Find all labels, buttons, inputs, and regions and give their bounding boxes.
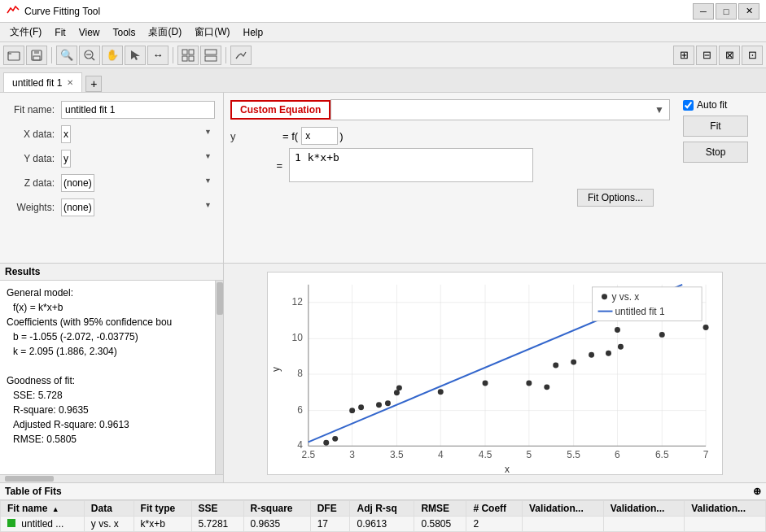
toolbar-zoom-out[interactable] xyxy=(79,46,100,65)
fits-table: Fit name ▲ Data Fit type SSE R-square DF… xyxy=(0,500,766,532)
app-icon xyxy=(7,3,20,19)
toolbar-open[interactable] xyxy=(3,46,24,65)
result-line-4: k = 2.095 (1.886, 2.304) xyxy=(7,344,208,359)
stop-button[interactable]: Stop xyxy=(683,142,748,163)
col-fit-type: Fit type xyxy=(134,501,191,517)
svg-text:2.5: 2.5 xyxy=(302,449,316,460)
svg-text:5.5: 5.5 xyxy=(567,449,580,460)
z-data-row: Z data: (none) xyxy=(8,174,215,192)
svg-rect-10 xyxy=(182,56,187,61)
menu-help[interactable]: Help xyxy=(236,25,269,40)
svg-text:4: 4 xyxy=(297,439,303,451)
toolbar-pan[interactable]: ✋ xyxy=(102,46,123,65)
results-scrollbar[interactable] xyxy=(215,281,223,474)
svg-rect-13 xyxy=(205,56,217,61)
svg-text:6: 6 xyxy=(297,403,303,415)
svg-point-60 xyxy=(526,380,532,386)
toolbar-chart[interactable] xyxy=(230,46,252,65)
eq-x-input[interactable] xyxy=(301,127,338,145)
toolbar-zoom-in[interactable]: 🔍 xyxy=(56,46,77,65)
equation-body-input[interactable]: 1 k*x+b xyxy=(289,148,533,182)
result-line-8: R-square: 0.9635 xyxy=(7,403,208,417)
table-fits-scroll[interactable]: Fit name ▲ Data Fit type SSE R-square DF… xyxy=(0,500,766,532)
svg-point-66 xyxy=(615,326,620,332)
table-fits-title: Table of Fits xyxy=(5,486,62,497)
fit-options-row: Fit Options... xyxy=(230,189,670,207)
toolbar-databrush[interactable]: ↔ xyxy=(147,46,169,65)
tab-untitled-fit-1[interactable]: untitled fit 1 ✕ xyxy=(3,72,82,92)
toolbar-layout-horiz[interactable]: ⊟ xyxy=(696,46,717,65)
svg-text:untitled fit 1: untitled fit 1 xyxy=(615,305,664,316)
title-bar: Curve Fitting Tool ─ □ ✕ xyxy=(0,0,766,23)
menu-view[interactable]: View xyxy=(72,25,107,40)
result-line-3: b = -1.055 (-2.072, -0.03775) xyxy=(7,329,208,344)
plot-area: 2.5 3 3.5 4 4.5 5 5.5 6 6.5 7 x 4 6 8 10 xyxy=(224,264,766,482)
result-line-2: Coefficients (with 95% confidence bou xyxy=(7,315,208,329)
toolbar-grid1[interactable] xyxy=(177,46,199,65)
svg-point-57 xyxy=(396,385,402,390)
results-hscrollbar[interactable] xyxy=(0,474,223,482)
results-panel: Results General model: f(x) = k*x+b Coef… xyxy=(0,264,224,482)
table-row[interactable]: untitled ... y vs. x k*x+b 5.7281 0.9635… xyxy=(1,517,766,532)
z-data-select-wrap: (none) xyxy=(61,174,215,192)
toolbar-layout-float[interactable]: ⊠ xyxy=(719,46,740,65)
cell-data: y vs. x xyxy=(84,517,134,532)
col-val3: Validation... xyxy=(685,501,766,517)
results-plot-area: Results General model: f(x) = k*x+b Coef… xyxy=(0,264,766,482)
eq-equals-label: = xyxy=(230,159,289,172)
weights-select-wrap: (none) xyxy=(61,198,215,216)
minimize-button[interactable]: ─ xyxy=(693,3,714,20)
menu-file[interactable]: 文件(F) xyxy=(3,24,48,41)
menu-tools[interactable]: Tools xyxy=(106,25,142,40)
svg-text:4.5: 4.5 xyxy=(479,449,492,460)
result-line-5 xyxy=(7,359,208,373)
tab-close-button[interactable]: ✕ xyxy=(67,78,73,87)
col-ncoeff: # Coeff xyxy=(466,501,523,517)
equation-panel: Custom Equation ▼ y = f( ) = 1 k*x+b xyxy=(224,93,676,263)
svg-point-59 xyxy=(483,380,488,386)
toolbar-layout-tiled[interactable]: ⊞ xyxy=(673,46,694,65)
table-fits-collapse-button[interactable]: ⊕ xyxy=(753,486,761,497)
fit-button[interactable]: Fit xyxy=(683,116,748,137)
y-data-label: Y data: xyxy=(8,153,61,164)
toolbar-sep-3 xyxy=(225,47,226,63)
menu-fit[interactable]: Fit xyxy=(48,25,72,40)
menu-desktop[interactable]: 桌面(D) xyxy=(142,24,188,41)
toolbar-grid2[interactable] xyxy=(200,46,221,65)
col-rmse: RMSE xyxy=(414,501,466,517)
svg-text:x: x xyxy=(505,464,510,474)
col-fit-name[interactable]: Fit name ▲ xyxy=(1,501,85,517)
fit-name-row: Fit name: xyxy=(8,101,215,119)
fit-name-cell: untitled ... xyxy=(21,518,63,530)
svg-text:y vs. x: y vs. x xyxy=(611,290,639,302)
menu-window[interactable]: 窗口(W) xyxy=(188,24,236,41)
autofit-checkbox[interactable] xyxy=(683,100,694,111)
toolbar-save[interactable] xyxy=(26,46,47,65)
svg-point-54 xyxy=(376,402,382,408)
toolbar-layout-dock[interactable]: ⊡ xyxy=(742,46,763,65)
cell-val2 xyxy=(603,517,685,532)
maximize-button[interactable]: □ xyxy=(716,3,737,20)
svg-text:10: 10 xyxy=(292,332,304,343)
close-button[interactable]: ✕ xyxy=(738,3,759,20)
y-data-select-wrap: y xyxy=(61,150,215,168)
svg-point-68 xyxy=(659,331,665,337)
config-area: Fit name: X data: x Y data: y xyxy=(0,93,766,264)
result-line-9: Adjusted R-square: 0.9613 xyxy=(7,417,208,432)
fit-name-input[interactable] xyxy=(61,101,215,119)
x-data-select[interactable]: x xyxy=(61,125,71,143)
y-data-select[interactable]: y xyxy=(61,150,71,168)
fit-options-button[interactable]: Fit Options... xyxy=(577,189,654,207)
top-right-panel: Auto fit Fit Stop xyxy=(676,93,766,263)
toolbar-cursor[interactable] xyxy=(125,46,146,65)
equation-type-dropdown[interactable]: Custom Equation xyxy=(230,100,330,120)
col-val2: Validation... xyxy=(603,501,685,517)
plot-svg: 2.5 3 3.5 4 4.5 5 5.5 6 6.5 7 x 4 6 8 10 xyxy=(268,273,722,474)
svg-point-58 xyxy=(438,389,444,395)
z-data-select[interactable]: (none) xyxy=(61,174,94,192)
weights-select[interactable]: (none) xyxy=(61,198,94,216)
equation-body-row: = 1 k*x+b xyxy=(230,148,670,182)
tab-add-button[interactable]: + xyxy=(85,76,102,92)
result-line-0: General model: xyxy=(7,286,208,300)
svg-text:3: 3 xyxy=(349,449,355,460)
